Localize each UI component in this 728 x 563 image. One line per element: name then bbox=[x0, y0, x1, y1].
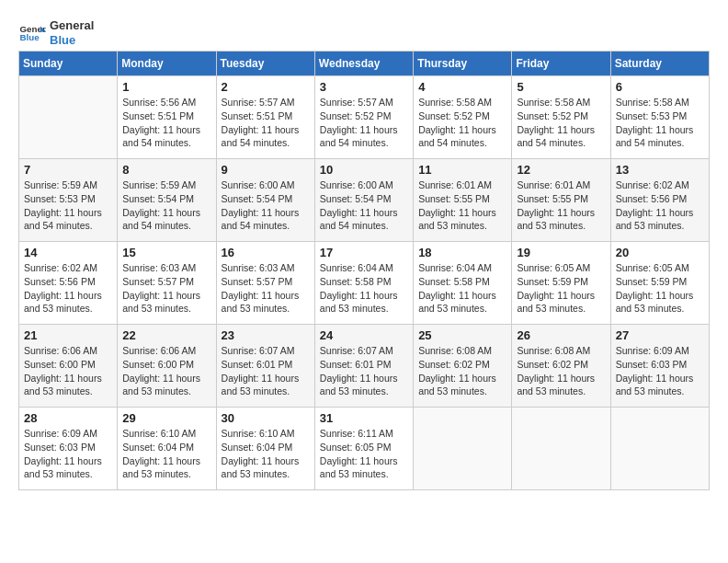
day-number: 10 bbox=[320, 163, 408, 177]
day-number: 22 bbox=[122, 328, 210, 342]
calendar-cell: 31 Sunrise: 6:11 AM Sunset: 6:05 PM Dayl… bbox=[314, 408, 413, 490]
day-number: 26 bbox=[517, 328, 605, 342]
week-row-2: 7 Sunrise: 5:59 AM Sunset: 5:53 PM Dayli… bbox=[19, 159, 710, 242]
calendar-cell: 28 Sunrise: 6:09 AM Sunset: 6:03 PM Dayl… bbox=[19, 408, 118, 490]
day-detail: Sunrise: 5:58 AM Sunset: 5:53 PM Dayligh… bbox=[616, 96, 704, 150]
calendar-cell: 13 Sunrise: 6:02 AM Sunset: 5:56 PM Dayl… bbox=[610, 159, 709, 242]
svg-text:Blue: Blue bbox=[20, 31, 40, 41]
day-number: 6 bbox=[616, 80, 704, 94]
day-number: 4 bbox=[418, 80, 506, 94]
day-number: 5 bbox=[517, 80, 605, 94]
day-number: 24 bbox=[320, 328, 408, 342]
calendar-cell: 18 Sunrise: 6:04 AM Sunset: 5:58 PM Dayl… bbox=[414, 242, 512, 325]
calendar-cell: 5 Sunrise: 5:58 AM Sunset: 5:52 PM Dayli… bbox=[512, 76, 610, 159]
calendar-cell: 7 Sunrise: 5:59 AM Sunset: 5:53 PM Dayli… bbox=[19, 159, 118, 242]
calendar-cell: 23 Sunrise: 6:07 AM Sunset: 6:01 PM Dayl… bbox=[216, 325, 314, 408]
day-number: 18 bbox=[418, 246, 506, 259]
day-detail: Sunrise: 5:58 AM Sunset: 5:52 PM Dayligh… bbox=[418, 96, 506, 150]
day-number: 30 bbox=[222, 411, 310, 425]
day-detail: Sunrise: 5:59 AM Sunset: 5:54 PM Dayligh… bbox=[122, 178, 210, 233]
day-detail: Sunrise: 6:10 AM Sunset: 6:04 PM Dayligh… bbox=[222, 427, 310, 481]
calendar-cell: 25 Sunrise: 6:08 AM Sunset: 6:02 PM Dayl… bbox=[414, 325, 512, 408]
day-number: 7 bbox=[24, 163, 112, 177]
day-number: 13 bbox=[616, 163, 704, 177]
day-detail: Sunrise: 6:05 AM Sunset: 5:59 PM Dayligh… bbox=[616, 261, 704, 316]
calendar-cell: 17 Sunrise: 6:04 AM Sunset: 5:58 PM Dayl… bbox=[314, 242, 413, 325]
day-detail: Sunrise: 5:59 AM Sunset: 5:53 PM Dayligh… bbox=[24, 178, 112, 233]
dow-header-friday: Friday bbox=[512, 52, 610, 76]
day-detail: Sunrise: 5:57 AM Sunset: 5:51 PM Dayligh… bbox=[222, 96, 310, 150]
day-detail: Sunrise: 6:09 AM Sunset: 6:03 PM Dayligh… bbox=[24, 427, 112, 481]
day-number: 14 bbox=[24, 246, 112, 259]
day-number: 23 bbox=[222, 328, 310, 342]
day-number: 11 bbox=[418, 163, 506, 177]
calendar-cell: 15 Sunrise: 6:03 AM Sunset: 5:57 PM Dayl… bbox=[118, 242, 216, 325]
calendar-cell: 3 Sunrise: 5:57 AM Sunset: 5:52 PM Dayli… bbox=[314, 76, 413, 159]
dow-header-thursday: Thursday bbox=[414, 52, 512, 76]
day-detail: Sunrise: 6:04 AM Sunset: 5:58 PM Dayligh… bbox=[418, 261, 506, 316]
calendar-cell: 22 Sunrise: 6:06 AM Sunset: 6:00 PM Dayl… bbox=[118, 325, 216, 408]
calendar-cell: 8 Sunrise: 5:59 AM Sunset: 5:54 PM Dayli… bbox=[118, 159, 216, 242]
day-detail: Sunrise: 6:00 AM Sunset: 5:54 PM Dayligh… bbox=[222, 178, 310, 233]
day-detail: Sunrise: 6:07 AM Sunset: 6:01 PM Dayligh… bbox=[222, 344, 310, 398]
day-detail: Sunrise: 6:02 AM Sunset: 5:56 PM Dayligh… bbox=[24, 261, 112, 316]
week-row-5: 28 Sunrise: 6:09 AM Sunset: 6:03 PM Dayl… bbox=[19, 408, 710, 490]
calendar-cell: 6 Sunrise: 5:58 AM Sunset: 5:53 PM Dayli… bbox=[610, 76, 709, 159]
day-number: 9 bbox=[222, 163, 310, 177]
week-row-3: 14 Sunrise: 6:02 AM Sunset: 5:56 PM Dayl… bbox=[19, 242, 710, 325]
calendar-body: 1 Sunrise: 5:56 AM Sunset: 5:51 PM Dayli… bbox=[19, 76, 710, 490]
day-detail: Sunrise: 6:02 AM Sunset: 5:56 PM Dayligh… bbox=[616, 178, 704, 233]
day-detail: Sunrise: 6:11 AM Sunset: 6:05 PM Dayligh… bbox=[320, 427, 408, 481]
day-detail: Sunrise: 5:58 AM Sunset: 5:52 PM Dayligh… bbox=[517, 96, 605, 150]
day-detail: Sunrise: 6:04 AM Sunset: 5:58 PM Dayligh… bbox=[320, 261, 408, 316]
calendar-cell: 19 Sunrise: 6:05 AM Sunset: 5:59 PM Dayl… bbox=[512, 242, 610, 325]
logo-icon: General Blue bbox=[18, 19, 46, 47]
day-detail: Sunrise: 6:00 AM Sunset: 5:54 PM Dayligh… bbox=[320, 178, 408, 233]
days-of-week-row: SundayMondayTuesdayWednesdayThursdayFrid… bbox=[19, 52, 710, 76]
page-wrapper: General Blue General Blue SundayMondayTu… bbox=[18, 18, 710, 490]
calendar-cell bbox=[19, 76, 118, 159]
day-number: 12 bbox=[517, 163, 605, 177]
day-detail: Sunrise: 6:03 AM Sunset: 5:57 PM Dayligh… bbox=[122, 261, 210, 316]
day-detail: Sunrise: 6:01 AM Sunset: 5:55 PM Dayligh… bbox=[517, 178, 605, 233]
dow-header-wednesday: Wednesday bbox=[314, 52, 413, 76]
day-detail: Sunrise: 6:09 AM Sunset: 6:03 PM Dayligh… bbox=[616, 344, 704, 398]
week-row-1: 1 Sunrise: 5:56 AM Sunset: 5:51 PM Dayli… bbox=[19, 76, 710, 159]
day-number: 2 bbox=[222, 80, 310, 94]
day-number: 21 bbox=[24, 328, 112, 342]
day-detail: Sunrise: 6:05 AM Sunset: 5:59 PM Dayligh… bbox=[517, 261, 605, 316]
calendar-cell: 14 Sunrise: 6:02 AM Sunset: 5:56 PM Dayl… bbox=[19, 242, 118, 325]
day-detail: Sunrise: 5:57 AM Sunset: 5:52 PM Dayligh… bbox=[320, 96, 408, 150]
dow-header-saturday: Saturday bbox=[610, 52, 709, 76]
day-number: 19 bbox=[517, 246, 605, 259]
day-detail: Sunrise: 6:10 AM Sunset: 6:04 PM Dayligh… bbox=[122, 427, 210, 481]
week-row-4: 21 Sunrise: 6:06 AM Sunset: 6:00 PM Dayl… bbox=[19, 325, 710, 408]
calendar-cell bbox=[414, 408, 512, 490]
day-detail: Sunrise: 6:06 AM Sunset: 6:00 PM Dayligh… bbox=[24, 344, 112, 398]
day-number: 25 bbox=[418, 328, 506, 342]
calendar-cell: 30 Sunrise: 6:10 AM Sunset: 6:04 PM Dayl… bbox=[216, 408, 314, 490]
day-detail: Sunrise: 6:06 AM Sunset: 6:00 PM Dayligh… bbox=[122, 344, 210, 398]
day-detail: Sunrise: 6:01 AM Sunset: 5:55 PM Dayligh… bbox=[418, 178, 506, 233]
calendar-cell: 20 Sunrise: 6:05 AM Sunset: 5:59 PM Dayl… bbox=[610, 242, 709, 325]
day-number: 3 bbox=[320, 80, 408, 94]
calendar-cell: 29 Sunrise: 6:10 AM Sunset: 6:04 PM Dayl… bbox=[118, 408, 216, 490]
calendar-cell: 4 Sunrise: 5:58 AM Sunset: 5:52 PM Dayli… bbox=[414, 76, 512, 159]
calendar-table: SundayMondayTuesdayWednesdayThursdayFrid… bbox=[18, 51, 710, 490]
day-detail: Sunrise: 6:07 AM Sunset: 6:01 PM Dayligh… bbox=[320, 344, 408, 398]
dow-header-tuesday: Tuesday bbox=[216, 52, 314, 76]
calendar-cell: 27 Sunrise: 6:09 AM Sunset: 6:03 PM Dayl… bbox=[610, 325, 709, 408]
logo-text: General Blue bbox=[50, 18, 94, 47]
calendar-cell: 1 Sunrise: 5:56 AM Sunset: 5:51 PM Dayli… bbox=[118, 76, 216, 159]
day-number: 29 bbox=[122, 411, 210, 425]
day-number: 17 bbox=[320, 246, 408, 259]
logo: General Blue General Blue bbox=[18, 18, 94, 47]
day-detail: Sunrise: 6:03 AM Sunset: 5:57 PM Dayligh… bbox=[222, 261, 310, 316]
calendar-cell: 10 Sunrise: 6:00 AM Sunset: 5:54 PM Dayl… bbox=[314, 159, 413, 242]
calendar-cell bbox=[610, 408, 709, 490]
calendar-cell: 26 Sunrise: 6:08 AM Sunset: 6:02 PM Dayl… bbox=[512, 325, 610, 408]
day-number: 15 bbox=[122, 246, 210, 259]
day-detail: Sunrise: 6:08 AM Sunset: 6:02 PM Dayligh… bbox=[517, 344, 605, 398]
day-detail: Sunrise: 6:08 AM Sunset: 6:02 PM Dayligh… bbox=[418, 344, 506, 398]
calendar-cell: 24 Sunrise: 6:07 AM Sunset: 6:01 PM Dayl… bbox=[314, 325, 413, 408]
